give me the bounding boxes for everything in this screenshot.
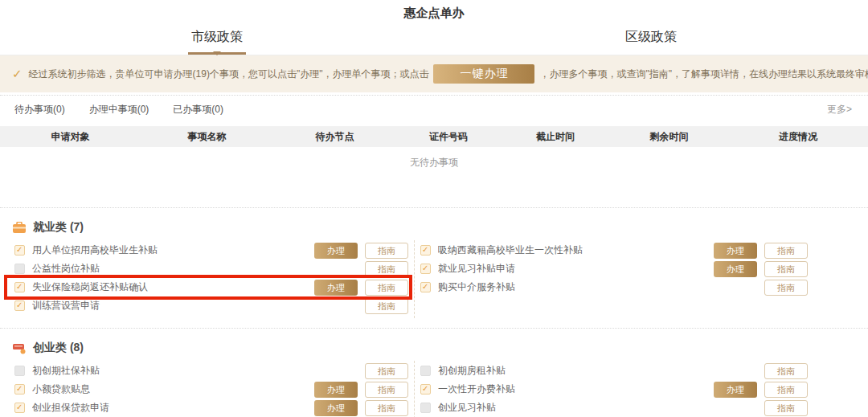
tab-in-progress-items[interactable]: 办理中事项(0) (89, 103, 149, 117)
policy-item-label: 初创期房租补贴 (438, 364, 764, 378)
policy-item: 训练营设营申请 指南 (14, 296, 408, 315)
notice-bar: ✓ 经过系统初步筛选，贵单位可申请办理(19)个事项，您可以点击"办理"，办理单… (0, 55, 868, 92)
policy-item-label: 小额贷款贴息 (32, 382, 314, 396)
page-title: 惠企点单办 (0, 0, 868, 21)
policy-item: 创业担保贷款申请 办理 指南 (14, 399, 408, 417)
entrepreneurship-left-column: 初创期社保补贴 指南 小额贷款贴息 办理 指南 创业担保贷款申请 办理 指南 (0, 361, 414, 417)
policy-item-label: 购买中介服务补贴 (438, 280, 764, 294)
col-applicant: 申请对象 (0, 130, 141, 144)
todo-tabs-bar: 待办事项(0) 办理中事项(0) 已办事项(0) 更多> (0, 96, 868, 122)
checkbox[interactable] (420, 245, 431, 256)
entrepreneurship-right-column: 初创期房租补贴 指南 一次性开办费补贴 办理 指南 创业见习补贴 指南 (414, 361, 868, 417)
section-entrepreneurship: 创业类 (8) 初创期社保补贴 指南 小额贷款贴息 办理 指南 创业担保贷 (0, 329, 868, 417)
section-employment-header: 就业类 (7) (0, 208, 868, 240)
handle-button[interactable]: 办理 (314, 400, 358, 416)
guide-button[interactable]: 指南 (365, 382, 408, 398)
employment-right-column: 吸纳西藏籍高校毕业生一次性补贴 办理 指南 就业见习补贴申请 办理 指南 购买中… (414, 240, 868, 318)
checkbox[interactable] (14, 384, 25, 395)
policy-item: 购买中介服务补贴 指南 (420, 278, 808, 296)
policy-item-label: 创业担保贷款申请 (32, 401, 314, 415)
checkbox[interactable] (420, 264, 431, 274)
col-pending-node: 待办节点 (273, 130, 396, 144)
guide-button[interactable]: 指南 (764, 261, 808, 277)
policy-item-label: 公益性岗位补贴 (32, 262, 365, 276)
section-title: 创业类 (8) (33, 341, 84, 355)
policy-item: 公益性岗位补贴 指南 (14, 260, 408, 278)
guide-button[interactable]: 指南 (764, 363, 808, 379)
section-entrepreneurship-header: 创业类 (8) (0, 329, 868, 361)
handle-button[interactable]: 办理 (314, 382, 358, 398)
section-title: 就业类 (7) (33, 220, 84, 235)
policy-item-label: 创业见习补贴 (438, 401, 764, 415)
check-icon: ✓ (12, 67, 23, 81)
tab-city-policy-label: 市级政策 (188, 29, 246, 55)
guide-button[interactable]: 指南 (764, 243, 808, 259)
checkbox[interactable] (14, 264, 25, 274)
policy-level-tabs: 市级政策 区级政策 (0, 29, 868, 55)
policy-item-label: 失业保险稳岗返还补贴确认 (32, 280, 314, 294)
empty-state-text: 无待办事项 (0, 147, 868, 207)
checkbox[interactable] (14, 282, 25, 292)
handle-button[interactable]: 办理 (714, 261, 757, 277)
policy-item-label: 吸纳西藏籍高校毕业生一次性补贴 (438, 243, 714, 257)
guide-button[interactable]: 指南 (365, 363, 408, 379)
policy-item: 用人单位招用高校毕业生补贴 办理 指南 (14, 241, 408, 260)
policy-item-highlighted: 失业保险稳岗返还补贴确认 办理 指南 (14, 278, 408, 296)
guide-button[interactable]: 指南 (365, 261, 408, 277)
tab-district-policy[interactable]: 区级政策 (434, 29, 868, 55)
section-employment: 就业类 (7) 用人单位招用高校毕业生补贴 办理 指南 公益性岗位补贴 指南 (0, 208, 868, 318)
policy-item: 初创期房租补贴 指南 (420, 362, 808, 380)
tab-todo-items[interactable]: 待办事项(0) (14, 103, 65, 117)
col-progress: 进度情况 (728, 130, 868, 144)
flag-chart-icon (13, 342, 26, 354)
todo-table-header: 申请对象 事项名称 待办节点 证件号码 截止时间 剩余时间 进度情况 (0, 126, 868, 147)
tab-done-items[interactable]: 已办事项(0) (173, 103, 223, 117)
checkbox[interactable] (420, 384, 431, 395)
checkbox[interactable] (14, 403, 25, 413)
policy-item: 就业见习补贴申请 办理 指南 (420, 260, 808, 278)
checkbox[interactable] (420, 282, 431, 292)
tab-city-policy[interactable]: 市级政策 (0, 29, 434, 55)
checkbox[interactable] (420, 366, 431, 376)
col-certificate-no: 证件号码 (396, 130, 501, 144)
handle-button[interactable]: 办理 (714, 243, 757, 259)
handle-button[interactable]: 办理 (714, 382, 757, 398)
guide-button[interactable]: 指南 (764, 382, 808, 398)
guide-button[interactable]: 指南 (365, 400, 408, 416)
policy-item-label: 就业见习补贴申请 (438, 262, 714, 276)
guide-button[interactable]: 指南 (365, 243, 408, 259)
policy-item: 吸纳西藏籍高校毕业生一次性补贴 办理 指南 (420, 241, 808, 260)
checkbox[interactable] (14, 245, 25, 256)
guide-button[interactable]: 指南 (764, 400, 808, 416)
policy-item: 创业见习补贴 指南 (420, 399, 808, 417)
notice-text-before: 经过系统初步筛选，贵单位可申请办理(19)个事项，您可以点击"办理"，办理单个事… (29, 67, 429, 81)
handle-button[interactable]: 办理 (314, 243, 358, 259)
notice-text-after: ，办理多个事项，或查询"指南"，了解事项详情，在线办理结果以系统最终审核为准 。 (539, 67, 868, 81)
one-click-handle-button[interactable]: 一键办理 (433, 64, 534, 84)
checkbox[interactable] (420, 403, 431, 413)
briefcase-icon (13, 222, 26, 234)
policy-item-label: 训练营设营申请 (32, 299, 365, 313)
tab-district-policy-label: 区级政策 (622, 29, 680, 55)
col-remaining-time: 剩余时间 (610, 130, 728, 144)
employment-left-column: 用人单位招用高校毕业生补贴 办理 指南 公益性岗位补贴 指南 失业保险稳岗返还补… (0, 240, 414, 318)
guide-button[interactable]: 指南 (365, 280, 408, 296)
policy-item-label: 用人单位招用高校毕业生补贴 (32, 243, 314, 257)
checkbox[interactable] (14, 300, 25, 311)
policy-item: 初创期社保补贴 指南 (14, 362, 408, 380)
col-item-name: 事项名称 (141, 130, 273, 144)
guide-button[interactable]: 指南 (764, 280, 808, 296)
policy-item: 一次性开办费补贴 办理 指南 (420, 380, 808, 399)
policy-item: 小额贷款贴息 办理 指南 (14, 380, 408, 399)
policy-item-label: 一次性开办费补贴 (438, 382, 714, 396)
more-link[interactable]: 更多> (827, 103, 852, 117)
col-deadline: 截止时间 (501, 130, 610, 144)
policy-item-label: 初创期社保补贴 (32, 364, 365, 378)
handle-button[interactable]: 办理 (314, 280, 358, 296)
guide-button[interactable]: 指南 (365, 298, 408, 314)
checkbox[interactable] (14, 366, 25, 376)
